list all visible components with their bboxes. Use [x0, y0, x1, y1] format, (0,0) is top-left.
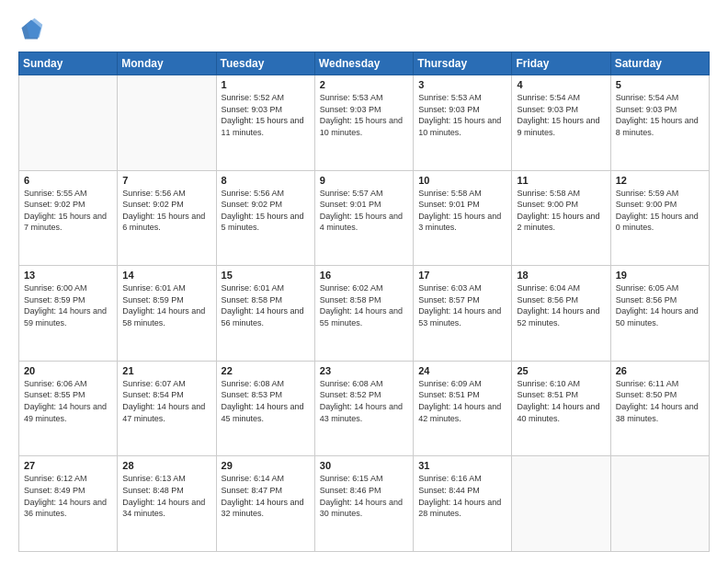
sunrise-text: Sunrise: 5:54 AM [616, 92, 704, 104]
calendar-cell: 31Sunrise: 6:16 AMSunset: 8:44 PMDayligh… [414, 456, 512, 552]
calendar-cell: 25Sunrise: 6:10 AMSunset: 8:51 PMDayligh… [512, 361, 610, 456]
sunset-text: Sunset: 8:48 PM [122, 485, 210, 497]
sunset-text: Sunset: 8:55 PM [24, 389, 112, 401]
day-info: Sunrise: 5:53 AMSunset: 9:03 PMDaylight:… [320, 92, 408, 138]
page: SundayMondayTuesdayWednesdayThursdayFrid… [0, 0, 728, 563]
daylight-text: Daylight: 15 hours and 8 minutes. [616, 115, 704, 138]
calendar-cell: 5Sunrise: 5:54 AMSunset: 9:03 PMDaylight… [610, 75, 709, 171]
sunrise-text: Sunrise: 6:08 AM [320, 378, 408, 390]
daylight-text: Daylight: 15 hours and 5 minutes. [222, 211, 310, 234]
day-number: 1 [222, 79, 310, 90]
day-info: Sunrise: 5:57 AMSunset: 9:01 PMDaylight:… [320, 188, 408, 234]
day-info: Sunrise: 6:06 AMSunset: 8:55 PMDaylight:… [24, 378, 112, 424]
sunrise-text: Sunrise: 5:56 AM [222, 188, 310, 200]
calendar-cell: 10Sunrise: 5:58 AMSunset: 9:01 PMDayligh… [414, 170, 512, 266]
sunset-text: Sunset: 9:02 PM [122, 199, 210, 211]
sunrise-text: Sunrise: 5:59 AM [616, 188, 704, 200]
daylight-text: Daylight: 15 hours and 0 minutes. [616, 211, 704, 234]
sunrise-text: Sunrise: 6:04 AM [517, 282, 605, 294]
sunset-text: Sunset: 8:52 PM [320, 389, 408, 401]
day-info: Sunrise: 6:11 AMSunset: 8:50 PMDaylight:… [616, 378, 704, 424]
sunset-text: Sunset: 8:44 PM [418, 485, 506, 497]
daylight-text: Daylight: 14 hours and 32 minutes. [222, 497, 310, 520]
day-info: Sunrise: 6:12 AMSunset: 8:49 PMDaylight:… [24, 473, 112, 519]
sunset-text: Sunset: 9:00 PM [616, 199, 704, 211]
calendar-cell: 9Sunrise: 5:57 AMSunset: 9:01 PMDaylight… [314, 170, 413, 266]
day-number: 15 [222, 270, 310, 281]
day-info: Sunrise: 6:07 AMSunset: 8:54 PMDaylight:… [122, 378, 210, 424]
sunset-text: Sunset: 9:02 PM [222, 199, 310, 211]
calendar-cell: 18Sunrise: 6:04 AMSunset: 8:56 PMDayligh… [512, 266, 610, 362]
sunrise-text: Sunrise: 5:52 AM [222, 92, 310, 104]
sunrise-text: Sunrise: 5:56 AM [122, 188, 210, 200]
day-number: 20 [24, 365, 112, 376]
sunset-text: Sunset: 9:01 PM [320, 199, 408, 211]
day-number: 31 [418, 460, 506, 471]
daylight-text: Daylight: 14 hours and 38 minutes. [616, 401, 704, 424]
daylight-text: Daylight: 14 hours and 58 minutes. [122, 305, 210, 328]
calendar-cell: 24Sunrise: 6:09 AMSunset: 8:51 PMDayligh… [414, 361, 512, 456]
day-number: 23 [320, 365, 408, 376]
daylight-text: Daylight: 14 hours and 52 minutes. [517, 305, 605, 328]
sunrise-text: Sunrise: 6:15 AM [320, 473, 408, 485]
calendar-cell: 16Sunrise: 6:02 AMSunset: 8:58 PMDayligh… [314, 266, 413, 362]
day-info: Sunrise: 5:54 AMSunset: 9:03 PMDaylight:… [517, 92, 605, 138]
day-info: Sunrise: 5:58 AMSunset: 9:01 PMDaylight:… [418, 188, 506, 234]
sunrise-text: Sunrise: 6:00 AM [24, 282, 112, 294]
day-number: 19 [616, 270, 704, 281]
daylight-text: Daylight: 14 hours and 55 minutes. [320, 305, 408, 328]
calendar-cell: 27Sunrise: 6:12 AMSunset: 8:49 PMDayligh… [19, 456, 118, 552]
day-info: Sunrise: 6:09 AMSunset: 8:51 PMDaylight:… [418, 378, 506, 424]
daylight-text: Daylight: 14 hours and 28 minutes. [418, 497, 506, 520]
sunset-text: Sunset: 8:56 PM [517, 294, 605, 306]
sunrise-text: Sunrise: 5:58 AM [517, 188, 605, 200]
calendar-header-friday: Friday [512, 52, 610, 75]
daylight-text: Daylight: 15 hours and 4 minutes. [320, 211, 408, 234]
daylight-text: Daylight: 15 hours and 9 minutes. [517, 115, 605, 138]
day-number: 12 [616, 175, 704, 186]
daylight-text: Daylight: 14 hours and 30 minutes. [320, 497, 408, 520]
sunrise-text: Sunrise: 6:10 AM [517, 378, 605, 390]
day-info: Sunrise: 6:10 AMSunset: 8:51 PMDaylight:… [517, 378, 605, 424]
daylight-text: Daylight: 14 hours and 47 minutes. [122, 401, 210, 424]
sunset-text: Sunset: 8:51 PM [418, 389, 506, 401]
sunrise-text: Sunrise: 6:01 AM [122, 282, 210, 294]
sunrise-text: Sunrise: 6:12 AM [24, 473, 112, 485]
sunset-text: Sunset: 9:03 PM [320, 104, 408, 116]
day-number: 5 [616, 79, 704, 90]
calendar-cell: 21Sunrise: 6:07 AMSunset: 8:54 PMDayligh… [118, 361, 216, 456]
calendar-cell: 28Sunrise: 6:13 AMSunset: 8:48 PMDayligh… [118, 456, 216, 552]
day-number: 8 [222, 175, 310, 186]
calendar-cell [118, 75, 216, 171]
day-info: Sunrise: 6:01 AMSunset: 8:59 PMDaylight:… [122, 282, 210, 328]
sunset-text: Sunset: 8:49 PM [24, 485, 112, 497]
day-number: 21 [122, 365, 210, 376]
sunrise-text: Sunrise: 6:02 AM [320, 282, 408, 294]
calendar-cell: 15Sunrise: 6:01 AMSunset: 8:58 PMDayligh… [216, 266, 314, 362]
daylight-text: Daylight: 15 hours and 2 minutes. [517, 211, 605, 234]
day-info: Sunrise: 6:08 AMSunset: 8:52 PMDaylight:… [320, 378, 408, 424]
daylight-text: Daylight: 15 hours and 10 minutes. [418, 115, 506, 138]
day-number: 11 [517, 175, 605, 186]
sunrise-text: Sunrise: 5:55 AM [24, 188, 112, 200]
daylight-text: Daylight: 14 hours and 34 minutes. [122, 497, 210, 520]
calendar-cell [610, 456, 709, 552]
day-number: 25 [517, 365, 605, 376]
calendar-header-monday: Monday [118, 52, 216, 75]
sunset-text: Sunset: 9:03 PM [222, 104, 310, 116]
sunrise-text: Sunrise: 6:01 AM [222, 282, 310, 294]
calendar-cell: 7Sunrise: 5:56 AMSunset: 9:02 PMDaylight… [118, 170, 216, 266]
sunset-text: Sunset: 8:54 PM [122, 389, 210, 401]
day-info: Sunrise: 6:03 AMSunset: 8:57 PMDaylight:… [418, 282, 506, 328]
sunset-text: Sunset: 9:03 PM [616, 104, 704, 116]
daylight-text: Daylight: 15 hours and 11 minutes. [222, 115, 310, 138]
day-info: Sunrise: 5:53 AMSunset: 9:03 PMDaylight:… [418, 92, 506, 138]
day-info: Sunrise: 6:16 AMSunset: 8:44 PMDaylight:… [418, 473, 506, 519]
calendar-cell: 3Sunrise: 5:53 AMSunset: 9:03 PMDaylight… [414, 75, 512, 171]
day-number: 26 [616, 365, 704, 376]
day-info: Sunrise: 6:05 AMSunset: 8:56 PMDaylight:… [616, 282, 704, 328]
daylight-text: Daylight: 14 hours and 49 minutes. [24, 401, 112, 424]
day-number: 13 [24, 270, 112, 281]
sunset-text: Sunset: 9:02 PM [24, 199, 112, 211]
sunrise-text: Sunrise: 6:11 AM [616, 378, 704, 390]
